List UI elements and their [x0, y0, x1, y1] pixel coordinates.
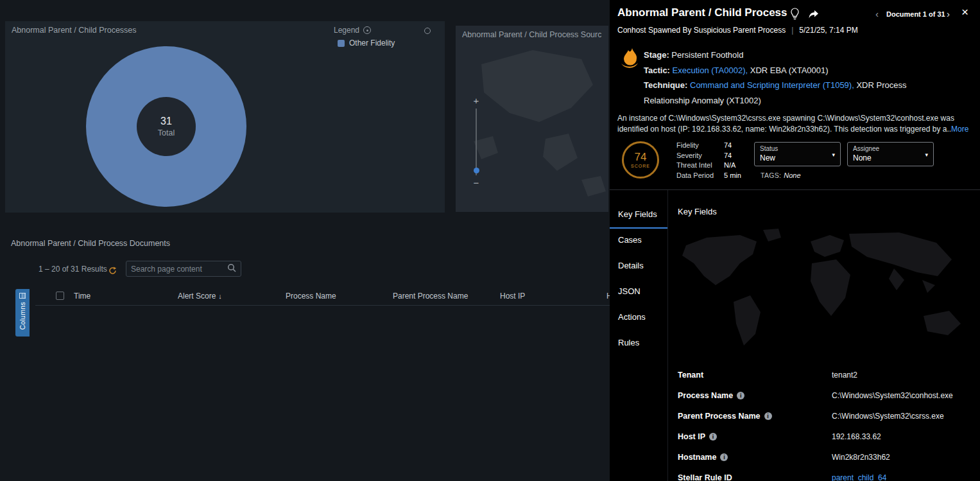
kill-chain-stage-icon — [618, 47, 641, 73]
chart-legend: Legend Other Fidelity — [334, 26, 395, 48]
alert-description: An instance of C:\Windows\System32\csrss… — [617, 113, 975, 134]
field-value: Win2k8r2n33h62 — [832, 453, 890, 462]
legend-swatch-icon — [338, 40, 345, 47]
search-input[interactable] — [131, 265, 227, 274]
table-columns-icon — [19, 293, 26, 299]
tactic-link[interactable]: Execution (TA0002), — [673, 66, 748, 75]
assignee-dropdown-value: None — [853, 153, 928, 162]
legend-item[interactable]: Other Fidelity — [338, 39, 395, 48]
tab-json[interactable]: JSON — [610, 280, 667, 306]
legend-visibility-icon[interactable] — [363, 26, 371, 34]
score-stat-row: Severity74 — [676, 151, 741, 161]
donut-center: 31 Total — [137, 97, 196, 156]
field-row: Host IPi192.168.33.62 — [678, 426, 976, 447]
field-label: Stellar Rule ID — [678, 473, 832, 481]
stage-value: Persistent Foothold — [671, 50, 743, 60]
header-parent-process-name[interactable]: Parent Process Name — [388, 292, 495, 301]
stat-label: Fidelity — [676, 141, 724, 151]
caret-down-icon: ▾ — [832, 152, 835, 158]
detail-content: Key Fields Tenanttenant2Process NameiC:\… — [667, 190, 980, 481]
header-time[interactable]: Time — [69, 292, 173, 301]
zoom-slider[interactable] — [476, 109, 477, 175]
stat-label: Severity — [676, 151, 724, 161]
close-icon[interactable]: × — [961, 5, 968, 19]
header-host-ip[interactable]: Host IP — [495, 292, 601, 301]
field-value: tenant2 — [832, 371, 857, 380]
field-row: HostnameiWin2k8r2n33h62 — [678, 447, 976, 468]
info-icon[interactable]: i — [709, 433, 717, 441]
zoom-slider-handle[interactable] — [474, 168, 479, 173]
stat-value: 74 — [724, 141, 732, 151]
field-row: Process NameiC:\Windows\System32\conhost… — [678, 385, 976, 406]
documents-table: Time Alert Score↓ Process Name Parent Pr… — [35, 286, 610, 481]
score-stat-row: Fidelity74 — [676, 141, 741, 151]
alert-rule-name: Conhost Spawned By Suspicious Parent Pro… — [617, 26, 786, 35]
header-host-name[interactable]: H — [601, 292, 610, 301]
share-icon[interactable] — [808, 10, 819, 22]
donut-total-value: 31 — [160, 116, 172, 127]
legend-item-label: Other Fidelity — [349, 39, 395, 48]
detail-title: Abnormal Parent / Child Process — [617, 6, 787, 19]
panel-menu-icon[interactable] — [424, 28, 431, 34]
tags-row: TAGS:None — [761, 171, 801, 179]
score-stat-row: Threat IntelN/A — [676, 161, 741, 171]
subtitle-separator: | — [791, 26, 793, 35]
search-icon[interactable] — [227, 263, 236, 275]
detail-tabs: Key FieldsCasesDetailsJSONActionsRules — [610, 190, 667, 357]
status-dropdown-value: New — [760, 153, 835, 162]
sort-desc-icon[interactable]: ↓ — [218, 292, 222, 300]
stat-value: 5 min — [724, 171, 741, 181]
tab-rules[interactable]: Rules — [610, 331, 667, 357]
field-label: Hostnamei — [678, 453, 832, 462]
field-row: Tenanttenant2 — [678, 365, 976, 385]
stat-label: Data Period — [676, 171, 724, 181]
tags-value: None — [784, 171, 800, 179]
info-icon[interactable]: i — [720, 453, 728, 461]
field-label: Tenant — [678, 371, 832, 380]
donut-panel-title: Abnormal Parent / Child Processes — [12, 26, 137, 35]
status-dropdown[interactable]: Status New ▾ — [754, 142, 841, 166]
donut-total-label: Total — [158, 128, 175, 137]
world-map — [668, 226, 980, 362]
alert-detail-panel: Abnormal Parent / Child Process ‹ Docume… — [610, 0, 980, 481]
field-value[interactable]: parent_child_64 — [832, 473, 886, 481]
tab-details[interactable]: Details — [610, 254, 667, 280]
next-document-button[interactable]: › — [947, 8, 950, 19]
select-all-checkbox[interactable] — [56, 292, 64, 300]
map-zoom-control: + − — [470, 96, 483, 188]
field-value: C:\Windows\System32\csrss.exe — [832, 412, 944, 421]
table-header-row: Time Alert Score↓ Process Name Parent Pr… — [35, 286, 610, 306]
search-box — [126, 261, 241, 277]
field-label: Process Namei — [678, 391, 832, 400]
columns-tab[interactable]: Columns — [15, 289, 30, 337]
score-stats: Fidelity74Severity74Threat IntelN/AData … — [676, 141, 741, 180]
stage-line: Stage: Persistent Foothold — [644, 48, 947, 63]
info-icon[interactable]: i — [737, 392, 744, 399]
field-row: Parent Process NameiC:\Windows\System32\… — [678, 406, 976, 426]
more-link[interactable]: More — [951, 125, 968, 134]
lightbulb-icon[interactable] — [790, 8, 800, 22]
detail-subtitle-row: Conhost Spawned By Suspicious Parent Pro… — [617, 26, 858, 35]
score-value: 74 — [635, 152, 647, 162]
tactic-rest: XDR EBA (XTA0001) — [748, 66, 828, 75]
zoom-out-button[interactable]: − — [474, 179, 479, 188]
tab-cases[interactable]: Cases — [610, 229, 667, 254]
alert-timestamp: 5/21/25, 7:14 PM — [799, 26, 857, 35]
tags-label: TAGS: — [761, 171, 781, 179]
content-title: Key Fields — [678, 207, 717, 216]
header-alert-score[interactable]: Alert Score↓ — [173, 292, 280, 301]
prev-document-button[interactable]: ‹ — [875, 8, 879, 19]
source-map-panel: Abnormal Parent / Child Process Sourc + … — [456, 26, 608, 212]
refresh-icon[interactable] — [108, 266, 117, 277]
zoom-in-button[interactable]: + — [474, 96, 479, 105]
info-icon[interactable]: i — [764, 412, 772, 420]
field-label: Parent Process Namei — [678, 412, 832, 421]
donut-chart-panel: Abnormal Parent / Child Processes Legend… — [5, 21, 445, 213]
tab-actions[interactable]: Actions — [610, 306, 667, 331]
stage-info-block: Stage: Persistent Foothold Tactic: Execu… — [644, 48, 947, 108]
header-process-name[interactable]: Process Name — [280, 292, 388, 301]
technique-link[interactable]: Command and Scripting Interpreter (T1059… — [690, 80, 854, 90]
donut-chart[interactable]: 31 Total — [86, 46, 246, 207]
tab-key-fields[interactable]: Key Fields — [610, 203, 667, 229]
assignee-dropdown[interactable]: Assignee None ▾ — [847, 142, 934, 166]
